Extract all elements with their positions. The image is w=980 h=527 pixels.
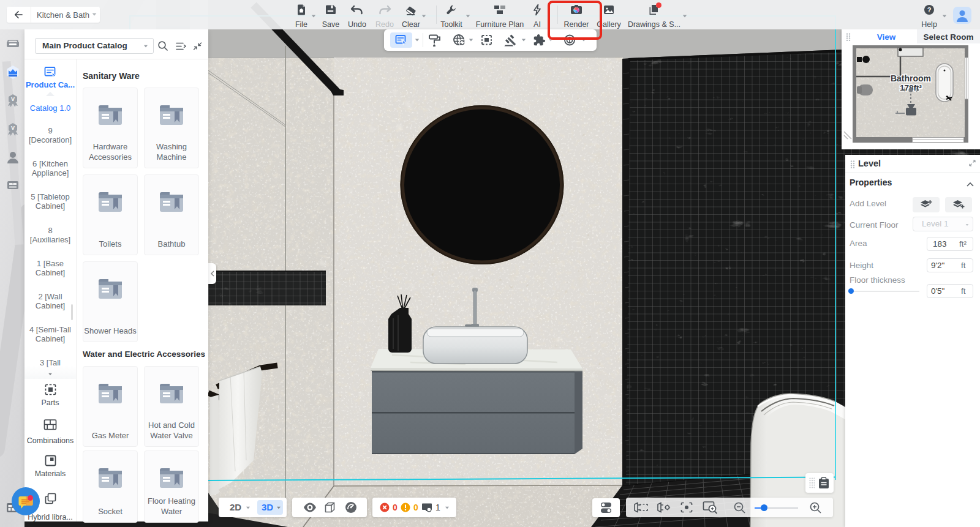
svg-text:Bathroom: Bathroom [891, 73, 931, 83]
svg-text:V: V [11, 96, 15, 102]
svg-text:V: V [11, 125, 15, 131]
svg-text:?: ? [927, 6, 932, 13]
